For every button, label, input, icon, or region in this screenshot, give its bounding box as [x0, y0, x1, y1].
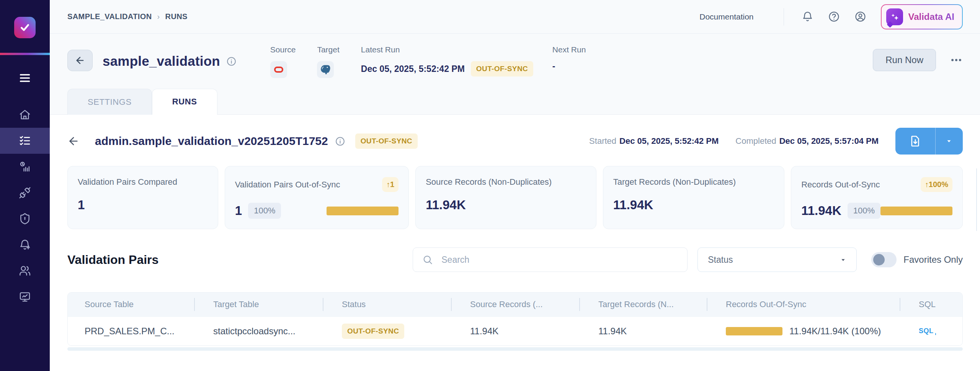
- card-target-records: Target Records (Non-Duplicates) 11.94K: [603, 166, 784, 229]
- home-icon: [19, 109, 31, 121]
- users-icon: [19, 265, 31, 277]
- bell-plus-icon: [19, 239, 31, 251]
- topbar-actions: Documentation Validata AI: [699, 4, 963, 29]
- breadcrumb: SAMPLE_VALIDATION › RUNS: [67, 12, 188, 21]
- row-status-badge: OUT-OF-SYNC: [342, 324, 404, 339]
- section-title: Validation Pairs: [67, 253, 158, 267]
- ai-chat-icon: [886, 8, 903, 25]
- sidebar-item-alerts[interactable]: [0, 232, 50, 258]
- sql-download-button[interactable]: SQL: [919, 327, 934, 335]
- favorites-toggle[interactable]: [871, 252, 897, 267]
- postgresql-icon: [320, 64, 331, 75]
- shield-lock-icon: [19, 213, 31, 225]
- sidebar-item-reports[interactable]: [0, 154, 50, 180]
- sidebar-item-users[interactable]: [0, 258, 50, 284]
- cell-target-records: 11.94K: [579, 326, 707, 337]
- col-header-source-records: Source Records (...: [451, 293, 579, 316]
- stats-overflow-edge: [976, 168, 977, 231]
- sidebar-item-home[interactable]: [0, 102, 50, 128]
- bell-icon: [802, 11, 813, 23]
- source-label: Source: [270, 45, 296, 54]
- topbar-divider: [784, 8, 784, 26]
- card-source-records: Source Records (Non-Duplicates) 11.94K: [415, 166, 596, 229]
- card-value: 11.94K: [613, 198, 653, 212]
- run-back-button[interactable]: [67, 135, 80, 147]
- horizontal-scrollbar[interactable]: [67, 347, 963, 351]
- documentation-link[interactable]: Documentation: [699, 12, 753, 21]
- card-value: 11.94K: [801, 203, 841, 218]
- more-options-button[interactable]: [950, 54, 963, 67]
- breadcrumb-project[interactable]: SAMPLE_VALIDATION: [67, 12, 152, 21]
- breadcrumb-separator-icon: ›: [157, 12, 160, 21]
- download-report-button[interactable]: [895, 128, 936, 155]
- caret-down-icon: [946, 138, 952, 145]
- run-info-icon[interactable]: [335, 136, 345, 146]
- tab-bar: SETTINGS RUNS: [67, 89, 217, 115]
- sidebar-menu-toggle[interactable]: [0, 65, 50, 91]
- notifications-button[interactable]: [802, 11, 813, 23]
- card-label: Source Records (Non-Duplicates): [426, 177, 552, 187]
- page-back-button[interactable]: [67, 50, 93, 71]
- account-button[interactable]: [854, 11, 866, 23]
- latest-run-column: Latest Run Dec 05, 2025, 5:52:42 PM OUT-…: [361, 45, 552, 78]
- cell-records-out-of-sync: 11.94K/11.94K (100%): [707, 326, 900, 337]
- stats-cards: Validation Pairs Compared 1 Validation P…: [67, 166, 963, 229]
- table-row[interactable]: PRD_SALES.PM_C... statictpccloadsync... …: [68, 316, 962, 345]
- card-records-out-of-sync: Records Out-of-Sync ↑100% 11.94K 100%: [791, 166, 963, 229]
- ai-button-label: Validata AI: [908, 11, 955, 22]
- run-title: admin.sample_validation_v20251205T1752: [95, 135, 328, 148]
- run-times: StartedDec 05, 2025, 5:52:42 PM Complete…: [589, 128, 963, 155]
- validata-ai-button[interactable]: Validata AI: [881, 4, 963, 29]
- checkmark-icon: [19, 21, 31, 34]
- run-started: StartedDec 05, 2025, 5:52:42 PM: [589, 136, 719, 146]
- sidebar-item-connections[interactable]: [0, 180, 50, 206]
- col-header-target-records: Target Records (N...: [579, 293, 707, 316]
- checklist-icon: [19, 135, 31, 147]
- col-header-source-table: Source Table: [68, 293, 194, 316]
- caret-down-icon: [840, 257, 846, 263]
- next-run-column: Next Run -: [552, 45, 586, 78]
- run-now-button[interactable]: Run Now: [873, 49, 936, 71]
- card-label: Target Records (Non-Duplicates): [613, 177, 736, 187]
- col-header-status: Status: [323, 293, 451, 316]
- cell-source-records: 11.94K: [451, 326, 579, 337]
- title-info-icon[interactable]: [226, 56, 237, 67]
- chart-clock-icon: [19, 161, 31, 173]
- sidebar-item-validations[interactable]: [0, 128, 50, 154]
- latest-run-status-badge: OUT-OF-SYNC: [471, 61, 533, 76]
- sql-icon-label: SQL: [919, 327, 934, 335]
- delta-badge: ↑1: [382, 177, 399, 192]
- percent-badge: 100%: [848, 203, 880, 219]
- status-filter-label: Status: [708, 255, 733, 265]
- tab-settings[interactable]: SETTINGS: [67, 89, 152, 115]
- card-value: 1: [235, 203, 242, 218]
- sidebar-item-security[interactable]: [0, 206, 50, 232]
- pairs-controls: Validation Pairs Status Favorites Only: [67, 247, 963, 272]
- top-bar: SAMPLE_VALIDATION › RUNS Documentation: [50, 0, 980, 34]
- favorites-label: Favorites Only: [903, 254, 963, 265]
- cell-target-table: statictpccloadsync...: [194, 326, 323, 337]
- download-split-button: [895, 128, 963, 155]
- help-icon: [828, 11, 840, 23]
- run-completed: CompletedDec 05, 2025, 5:57:04 PM: [735, 136, 879, 146]
- brand-logo[interactable]: [14, 17, 36, 38]
- oracle-icon: [273, 64, 284, 75]
- header-actions: Run Now: [873, 49, 963, 71]
- target-db-chip: [317, 61, 334, 78]
- app-window: SAMPLE_VALIDATION › RUNS Documentation: [0, 0, 980, 371]
- page-title: sample_validation: [103, 54, 220, 69]
- sidebar-item-monitoring[interactable]: [0, 284, 50, 310]
- col-header-records-out-of-sync: Records Out-Of-Sync: [707, 293, 900, 316]
- download-options-button[interactable]: [936, 128, 963, 155]
- search-input[interactable]: [441, 255, 678, 265]
- unplug-icon: [19, 187, 31, 199]
- latest-run-label: Latest Run: [361, 45, 552, 54]
- status-filter[interactable]: Status: [697, 247, 857, 272]
- tab-runs[interactable]: RUNS: [152, 89, 217, 115]
- validation-pairs-table: Source Table Target Table Status Source …: [67, 292, 963, 346]
- help-button[interactable]: [828, 11, 840, 23]
- download-arrow-icon: [932, 332, 939, 335]
- breadcrumb-runs[interactable]: RUNS: [165, 12, 188, 21]
- out-of-sync-bar: [327, 207, 399, 215]
- monitor-chart-icon: [19, 291, 31, 303]
